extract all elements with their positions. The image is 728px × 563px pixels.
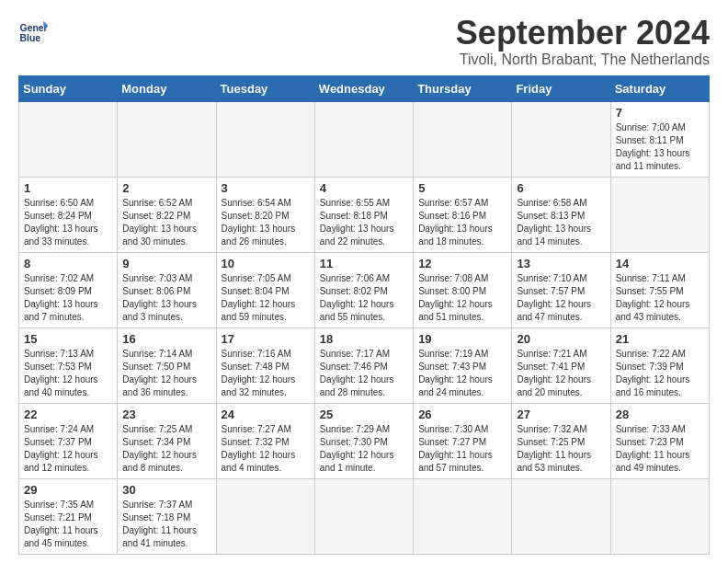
day-info: Sunrise: 6:55 AMSunset: 8:18 PMDaylight:…: [320, 197, 408, 248]
calendar-cell: 12Sunrise: 7:08 AMSunset: 8:00 PMDayligh…: [414, 252, 512, 327]
calendar-week-2: 1Sunrise: 6:50 AMSunset: 8:24 PMDaylight…: [19, 177, 710, 252]
calendar-cell: 16Sunrise: 7:14 AMSunset: 7:50 PMDayligh…: [118, 327, 216, 403]
calendar-cell: 2Sunrise: 6:52 AMSunset: 8:22 PMDaylight…: [118, 177, 216, 252]
day-number: 15: [24, 332, 112, 346]
calendar-week-5: 22Sunrise: 7:24 AMSunset: 7:37 PMDayligh…: [19, 403, 710, 478]
day-header-sunday: Sunday: [19, 75, 118, 101]
day-number: 4: [320, 181, 408, 195]
calendar-table: SundayMondayTuesdayWednesdayThursdayFrid…: [18, 75, 710, 555]
day-info: Sunrise: 7:10 AMSunset: 7:57 PMDaylight:…: [517, 272, 605, 324]
day-header-monday: Monday: [118, 75, 216, 101]
day-header-tuesday: Tuesday: [216, 75, 314, 101]
calendar-cell: [610, 177, 709, 252]
calendar-cell: 18Sunrise: 7:17 AMSunset: 7:46 PMDayligh…: [314, 327, 413, 403]
day-info: Sunrise: 7:19 AMSunset: 7:43 PMDaylight:…: [418, 348, 506, 399]
day-info: Sunrise: 7:08 AMSunset: 8:00 PMDaylight:…: [418, 272, 506, 324]
day-info: Sunrise: 6:57 AMSunset: 8:16 PMDaylight:…: [418, 197, 506, 248]
logo: General Blue: [18, 15, 48, 44]
day-info: Sunrise: 6:52 AMSunset: 8:22 PMDaylight:…: [122, 197, 210, 248]
calendar-cell: 6Sunrise: 6:58 AMSunset: 8:13 PMDaylight…: [512, 177, 610, 252]
day-number: 13: [517, 257, 605, 270]
calendar-cell: 20Sunrise: 7:21 AMSunset: 7:41 PMDayligh…: [512, 327, 610, 403]
day-info: Sunrise: 7:14 AMSunset: 7:50 PMDaylight:…: [122, 348, 210, 399]
day-info: Sunrise: 7:06 AMSunset: 8:02 PMDaylight:…: [320, 272, 408, 324]
day-number: 3: [222, 181, 310, 195]
calendar-cell: [314, 478, 413, 554]
day-header-saturday: Saturday: [610, 75, 709, 101]
calendar-cell: 19Sunrise: 7:19 AMSunset: 7:43 PMDayligh…: [414, 327, 512, 403]
day-number: 30: [122, 483, 210, 497]
day-number: 7: [616, 106, 704, 120]
calendar-cell: 29Sunrise: 7:35 AMSunset: 7:21 PMDayligh…: [19, 478, 118, 554]
day-number: 29: [24, 483, 112, 497]
calendar-cell: [314, 101, 413, 177]
calendar-cell: 26Sunrise: 7:30 AMSunset: 7:27 PMDayligh…: [414, 403, 512, 478]
logo-icon: General Blue: [18, 15, 48, 44]
day-info: Sunrise: 7:35 AMSunset: 7:21 PMDaylight:…: [24, 499, 112, 550]
day-number: 18: [320, 332, 408, 346]
calendar-cell: [118, 101, 216, 177]
day-number: 12: [418, 257, 506, 270]
calendar-cell: 28Sunrise: 7:33 AMSunset: 7:23 PMDayligh…: [610, 403, 709, 478]
day-info: Sunrise: 7:11 AMSunset: 7:55 PMDaylight:…: [616, 272, 704, 324]
day-number: 16: [122, 332, 210, 346]
day-info: Sunrise: 7:02 AMSunset: 8:09 PMDaylight:…: [24, 272, 112, 324]
day-number: 1: [24, 181, 112, 195]
day-header-thursday: Thursday: [414, 75, 512, 101]
day-info: Sunrise: 7:16 AMSunset: 7:48 PMDaylight:…: [222, 348, 310, 399]
calendar-cell: 23Sunrise: 7:25 AMSunset: 7:34 PMDayligh…: [118, 403, 216, 478]
day-number: 5: [418, 181, 506, 195]
day-info: Sunrise: 7:17 AMSunset: 7:46 PMDaylight:…: [320, 348, 408, 399]
day-number: 27: [517, 408, 605, 421]
calendar-cell: [414, 101, 512, 177]
calendar-cell: 17Sunrise: 7:16 AMSunset: 7:48 PMDayligh…: [216, 327, 314, 403]
calendar-cell: 8Sunrise: 7:02 AMSunset: 8:09 PMDaylight…: [19, 252, 118, 327]
day-info: Sunrise: 7:27 AMSunset: 7:32 PMDaylight:…: [222, 423, 310, 475]
day-number: 23: [122, 408, 210, 421]
calendar-cell: 24Sunrise: 7:27 AMSunset: 7:32 PMDayligh…: [216, 403, 314, 478]
calendar-cell: 25Sunrise: 7:29 AMSunset: 7:30 PMDayligh…: [314, 403, 413, 478]
calendar-cell: [19, 101, 118, 177]
title-block: September 2024 Tivoli, North Brabant, Th…: [456, 15, 710, 68]
day-number: 21: [616, 332, 704, 346]
day-info: Sunrise: 7:05 AMSunset: 8:04 PMDaylight:…: [222, 272, 310, 324]
day-number: 11: [320, 257, 408, 270]
day-number: 17: [222, 332, 310, 346]
calendar-cell: 10Sunrise: 7:05 AMSunset: 8:04 PMDayligh…: [216, 252, 314, 327]
calendar-cell: 22Sunrise: 7:24 AMSunset: 7:37 PMDayligh…: [19, 403, 118, 478]
day-info: Sunrise: 7:25 AMSunset: 7:34 PMDaylight:…: [122, 423, 210, 475]
calendar-cell: 7Sunrise: 7:00 AMSunset: 8:11 PMDaylight…: [610, 101, 709, 177]
calendar-cell: 1Sunrise: 6:50 AMSunset: 8:24 PMDaylight…: [19, 177, 118, 252]
day-header-wednesday: Wednesday: [314, 75, 413, 101]
day-info: Sunrise: 6:50 AMSunset: 8:24 PMDaylight:…: [24, 197, 112, 248]
day-number: 10: [222, 257, 310, 270]
calendar-cell: [512, 101, 610, 177]
days-header-row: SundayMondayTuesdayWednesdayThursdayFrid…: [19, 75, 710, 101]
calendar-week-1: 7Sunrise: 7:00 AMSunset: 8:11 PMDaylight…: [19, 101, 710, 177]
day-info: Sunrise: 7:00 AMSunset: 8:11 PMDaylight:…: [616, 121, 704, 173]
calendar-cell: [610, 478, 709, 554]
day-number: 6: [517, 181, 605, 195]
calendar-cell: [216, 478, 314, 554]
calendar-cell: 14Sunrise: 7:11 AMSunset: 7:55 PMDayligh…: [610, 252, 709, 327]
calendar-week-3: 8Sunrise: 7:02 AMSunset: 8:09 PMDaylight…: [19, 252, 710, 327]
day-info: Sunrise: 7:37 AMSunset: 7:18 PMDaylight:…: [122, 499, 210, 550]
calendar-week-4: 15Sunrise: 7:13 AMSunset: 7:53 PMDayligh…: [19, 327, 710, 403]
day-info: Sunrise: 7:13 AMSunset: 7:53 PMDaylight:…: [24, 348, 112, 399]
svg-text:Blue: Blue: [20, 33, 41, 43]
calendar-week-6: 29Sunrise: 7:35 AMSunset: 7:21 PMDayligh…: [19, 478, 710, 554]
day-info: Sunrise: 7:03 AMSunset: 8:06 PMDaylight:…: [122, 272, 210, 324]
calendar-cell: 15Sunrise: 7:13 AMSunset: 7:53 PMDayligh…: [19, 327, 118, 403]
day-info: Sunrise: 7:30 AMSunset: 7:27 PMDaylight:…: [418, 423, 506, 475]
day-number: 22: [24, 408, 112, 421]
day-number: 20: [517, 332, 605, 346]
calendar-cell: 11Sunrise: 7:06 AMSunset: 8:02 PMDayligh…: [314, 252, 413, 327]
day-info: Sunrise: 7:33 AMSunset: 7:23 PMDaylight:…: [616, 423, 704, 475]
day-info: Sunrise: 7:24 AMSunset: 7:37 PMDaylight:…: [24, 423, 112, 475]
day-number: 8: [24, 257, 112, 270]
calendar-cell: 3Sunrise: 6:54 AMSunset: 8:20 PMDaylight…: [216, 177, 314, 252]
day-number: 28: [616, 408, 704, 421]
day-info: Sunrise: 7:32 AMSunset: 7:25 PMDaylight:…: [517, 423, 605, 475]
calendar-cell: 21Sunrise: 7:22 AMSunset: 7:39 PMDayligh…: [610, 327, 709, 403]
calendar-cell: 5Sunrise: 6:57 AMSunset: 8:16 PMDaylight…: [414, 177, 512, 252]
